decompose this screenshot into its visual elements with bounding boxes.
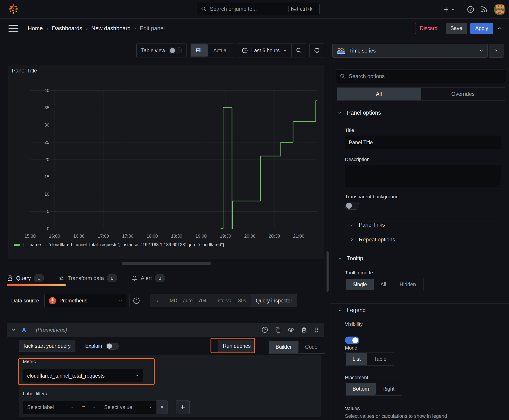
remove-filter-button[interactable] bbox=[157, 400, 167, 414]
gridline-y bbox=[30, 229, 317, 229]
breadcrumb-item[interactable]: Dashboards bbox=[52, 25, 82, 32]
menu-toggle-button[interactable] bbox=[8, 25, 18, 32]
table-view-toggle[interactable] bbox=[169, 47, 182, 54]
builder-code-option-code[interactable]: Code bbox=[298, 341, 324, 353]
panel-title-input[interactable] bbox=[345, 136, 501, 149]
help-button[interactable]: ? bbox=[467, 6, 474, 13]
new-menu-button[interactable] bbox=[443, 6, 455, 13]
run-queries-button[interactable]: Run queries bbox=[218, 340, 255, 352]
explain-toggle[interactable] bbox=[106, 343, 119, 350]
tooltip-section-header[interactable]: Tooltip bbox=[338, 255, 363, 262]
breadcrumb-item[interactable]: New dashboard bbox=[91, 25, 131, 32]
database-icon bbox=[7, 275, 13, 281]
search-placeholder: Search or jump to... bbox=[210, 6, 285, 12]
zoom-out-button[interactable] bbox=[291, 44, 306, 57]
delete-query-button[interactable] bbox=[301, 326, 307, 333]
panel-resize-handle[interactable] bbox=[122, 262, 211, 265]
svg-text:?: ? bbox=[135, 299, 137, 303]
select-value-dropdown[interactable]: Select value bbox=[100, 400, 157, 414]
options-search[interactable] bbox=[336, 69, 506, 83]
datasource-select[interactable]: Prometheus bbox=[45, 294, 127, 307]
metric-select[interactable]: cloudflared_tunnel_total_requests bbox=[23, 369, 143, 383]
tooltip-modes-option-hidden[interactable]: Hidden bbox=[393, 279, 423, 290]
chevron-down-icon bbox=[92, 405, 96, 409]
filter-tabs-option-overrides[interactable]: Overrides bbox=[421, 88, 505, 100]
divider bbox=[345, 233, 501, 233]
rss-icon bbox=[480, 6, 488, 13]
select-label-placeholder: Select label bbox=[27, 404, 54, 410]
kickstart-query-button[interactable]: Kick start your query bbox=[19, 340, 76, 352]
legend-visibility-toggle[interactable] bbox=[345, 337, 359, 344]
tab-query[interactable]: Query 1 bbox=[7, 274, 44, 282]
drag-handle[interactable] bbox=[313, 326, 320, 333]
keyboard-icon bbox=[291, 7, 298, 11]
refresh-button[interactable] bbox=[310, 44, 324, 57]
options-search-input[interactable] bbox=[349, 73, 502, 79]
tab-alert[interactable]: Alert 0 bbox=[131, 274, 165, 282]
scrollbar-thumb[interactable] bbox=[327, 251, 328, 292]
legend-modes-option-list[interactable]: List bbox=[346, 353, 367, 365]
toggle-options-pane-button[interactable] bbox=[489, 44, 504, 58]
apply-button[interactable]: Apply bbox=[471, 23, 493, 34]
add-filter-button[interactable] bbox=[176, 400, 190, 414]
chevron-up-icon bbox=[496, 26, 502, 31]
visualization-select[interactable]: Time series bbox=[332, 44, 488, 58]
hide-query-button[interactable] bbox=[288, 326, 294, 333]
question-circle-icon: ? bbox=[467, 6, 474, 13]
grafana-logo-icon[interactable] bbox=[8, 3, 19, 15]
table-view-label: Table view bbox=[141, 48, 165, 54]
time-series-plot[interactable]: 051015202530354015:3016:0016:3017:0017:3… bbox=[30, 90, 317, 229]
operator-dropdown[interactable]: = bbox=[78, 400, 100, 414]
chevron-down-icon bbox=[338, 256, 342, 261]
tooltip-modes-option-all[interactable]: All bbox=[374, 279, 393, 290]
chevron-down-icon bbox=[338, 308, 342, 313]
fill-actual-option-fill[interactable]: Fill bbox=[190, 45, 208, 57]
news-button[interactable] bbox=[480, 6, 488, 13]
filter-tabs-option-all[interactable]: All bbox=[337, 88, 421, 100]
duplicate-query-button[interactable] bbox=[274, 326, 281, 333]
time-range-button[interactable]: Last 6 hours bbox=[237, 47, 291, 54]
x-axis-tick-label: 19:30 bbox=[220, 233, 231, 239]
query-help-button[interactable]: ? bbox=[261, 326, 268, 333]
breadcrumb-item[interactable]: Edit panel bbox=[140, 25, 165, 32]
query-row-header[interactable]: A (Prometheus) ? bbox=[7, 323, 324, 337]
transparent-background-toggle[interactable] bbox=[345, 202, 359, 210]
metric-field-label: Metric bbox=[23, 359, 36, 364]
query-datasource-hint: (Prometheus) bbox=[36, 327, 67, 333]
legend-section-header[interactable]: Legend bbox=[338, 307, 365, 314]
datasource-help-button[interactable]: ? bbox=[129, 294, 143, 307]
label-filters-row: Select label = Select value bbox=[23, 400, 190, 414]
divider bbox=[331, 251, 509, 251]
user-avatar[interactable] bbox=[494, 4, 505, 15]
breadcrumb-item[interactable]: Home bbox=[28, 25, 43, 32]
panel-links-section-header[interactable]: Panel links bbox=[350, 222, 385, 228]
chevron-down-icon bbox=[135, 374, 139, 378]
legend-modes-option-table[interactable]: Table bbox=[367, 353, 393, 365]
repeat-options-section-header[interactable]: Repeat options bbox=[350, 236, 395, 243]
builder-code-option-builder[interactable]: Builder bbox=[269, 341, 298, 353]
x-axis-tick-label: 18:30 bbox=[171, 233, 182, 239]
description-textarea[interactable] bbox=[345, 165, 501, 187]
x-axis-tick-label: 19:00 bbox=[196, 233, 207, 239]
save-button[interactable]: Save bbox=[446, 23, 467, 34]
panel-options-section-header[interactable]: Panel options bbox=[338, 110, 381, 116]
tooltip-mode-label: Tooltip mode bbox=[345, 270, 373, 276]
chevron-down-icon bbox=[338, 111, 342, 115]
fill-actual-option-actual[interactable]: Actual bbox=[208, 45, 233, 57]
collapse-header-button[interactable] bbox=[496, 26, 502, 31]
global-search-input[interactable]: Search or jump to... ctrl+k bbox=[197, 3, 319, 15]
legend-placements-option-bottom[interactable]: Bottom bbox=[346, 383, 376, 395]
query-options-strip[interactable]: MD = auto = 704 Interval = 30s bbox=[150, 294, 251, 307]
tab-transform-data[interactable]: Transform data 0 bbox=[58, 274, 117, 282]
select-label-dropdown[interactable]: Select label bbox=[23, 400, 78, 414]
query-inspector-button[interactable]: Query inspector bbox=[251, 294, 297, 307]
editor-tabs: Query 1 Transform data 0 Alert 0 bbox=[7, 270, 324, 286]
legend-placements-option-right[interactable]: Right bbox=[376, 383, 401, 395]
tooltip-modes-option-single[interactable]: Single bbox=[346, 279, 374, 290]
plus-icon bbox=[443, 6, 449, 13]
discard-button[interactable]: Discard bbox=[415, 23, 442, 34]
datasource-name: Prometheus bbox=[60, 298, 87, 304]
prometheus-icon bbox=[49, 297, 56, 304]
select-value-placeholder: Select value bbox=[104, 404, 132, 410]
chart-legend[interactable]: {__name__="cloudflared_tunnel_total_requ… bbox=[14, 242, 224, 247]
